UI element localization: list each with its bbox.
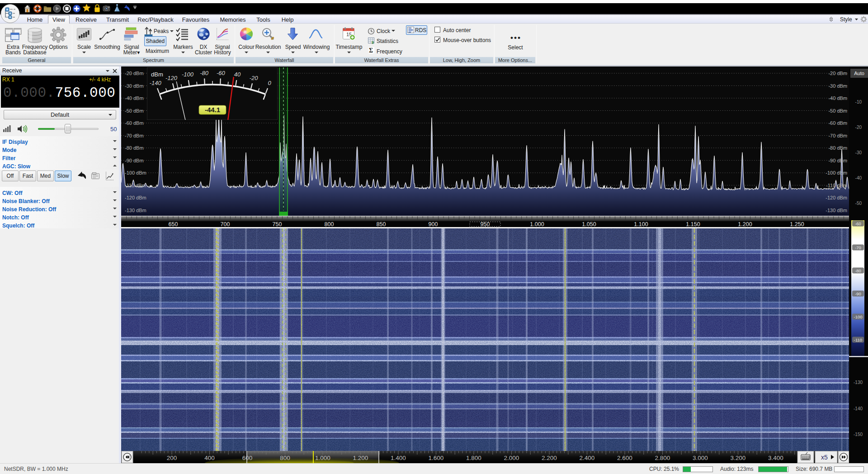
svg-text:-140: -140 — [854, 406, 863, 411]
svg-text:2.000: 2.000 — [504, 455, 519, 461]
svg-text:-60 dBm: -60 dBm — [125, 120, 144, 126]
svg-text:-30: -30 — [855, 150, 862, 155]
svg-text:-140: -140 — [150, 80, 162, 86]
svg-text:dBm: dBm — [151, 71, 163, 78]
svg-text:-110 dBm: -110 dBm — [826, 183, 847, 188]
svg-text:-80: -80 — [855, 268, 861, 273]
svg-text:-80 dBm: -80 dBm — [125, 145, 144, 151]
svg-text:1.200: 1.200 — [738, 221, 752, 228]
svg-text:x5: x5 — [821, 454, 828, 461]
svg-text:-80: -80 — [200, 70, 209, 76]
svg-text:-50 dBm: -50 dBm — [125, 108, 144, 114]
svg-text:850: 850 — [377, 221, 386, 228]
svg-text:1.200: 1.200 — [353, 455, 368, 461]
svg-text:2.200: 2.200 — [542, 455, 557, 461]
svg-text:-44.1: -44.1 — [205, 106, 220, 114]
svg-text:-80 dBm: -80 dBm — [828, 145, 847, 151]
svg-text:-60 dBm: -60 dBm — [828, 120, 847, 126]
svg-text:-20: -20 — [855, 125, 862, 130]
svg-text:1.000: 1.000 — [530, 221, 544, 228]
svg-text:9: 9 — [372, 40, 374, 45]
svg-text:800: 800 — [280, 455, 290, 461]
svg-text:-100: -100 — [182, 71, 194, 78]
svg-text:-130 dBm: -130 dBm — [826, 208, 847, 213]
svg-text:1.100: 1.100 — [634, 221, 648, 228]
svg-text:0: 0 — [268, 80, 272, 86]
svg-text:3.400: 3.400 — [768, 455, 783, 461]
svg-text:Style: Style — [840, 16, 852, 23]
svg-text:1.600: 1.600 — [429, 455, 444, 461]
svg-text:700: 700 — [221, 221, 230, 228]
svg-text:-20 dBm: -20 dBm — [125, 71, 144, 76]
svg-text:2.400: 2.400 — [580, 455, 595, 461]
svg-text:-10: -10 — [855, 100, 862, 104]
svg-text:-50 dBm: -50 dBm — [828, 108, 847, 114]
svg-text:Σ: Σ — [369, 47, 373, 54]
svg-text:-130: -130 — [854, 380, 863, 385]
svg-text:1.250: 1.250 — [790, 221, 804, 228]
svg-text:-40 dBm: -40 dBm — [125, 95, 144, 101]
svg-text:650: 650 — [169, 221, 178, 228]
svg-text:-100: -100 — [854, 314, 862, 319]
svg-text:2.800: 2.800 — [655, 455, 670, 461]
svg-text:3.200: 3.200 — [731, 455, 746, 461]
svg-text:-70 dBm: -70 dBm — [828, 133, 847, 138]
svg-text:-40: -40 — [855, 175, 862, 180]
svg-text:-30 dBm: -30 dBm — [125, 83, 144, 89]
svg-text:-90 dBm: -90 dBm — [125, 158, 144, 163]
svg-text:-120: -120 — [165, 75, 178, 81]
svg-text:-70 dBm: -70 dBm — [125, 133, 144, 138]
svg-text:-60: -60 — [855, 221, 861, 226]
svg-text:-30 dBm: -30 dBm — [828, 83, 847, 89]
svg-text:800: 800 — [325, 221, 334, 228]
svg-text:400: 400 — [204, 455, 215, 461]
svg-text:750: 750 — [273, 221, 282, 228]
svg-text:-130 dBm: -130 dBm — [125, 208, 146, 213]
svg-text:1.150: 1.150 — [686, 221, 700, 228]
svg-text:-100 dBm: -100 dBm — [125, 170, 146, 175]
svg-text:-120 dBm: -120 dBm — [125, 195, 146, 200]
svg-text:-40 dBm: -40 dBm — [828, 95, 847, 101]
svg-text:200: 200 — [167, 455, 177, 461]
svg-text:600: 600 — [242, 455, 253, 461]
svg-text:-50: -50 — [855, 201, 862, 206]
svg-text:-100 dBm: -100 dBm — [826, 170, 847, 175]
svg-text:-110: -110 — [854, 337, 862, 342]
svg-text:3.000: 3.000 — [693, 455, 708, 461]
svg-text:40: 40 — [234, 71, 241, 78]
svg-text:-70: -70 — [855, 245, 861, 250]
svg-text:-150: -150 — [854, 432, 863, 437]
svg-text:-20 dBm: -20 dBm — [828, 71, 847, 76]
svg-text:-90 dBm: -90 dBm — [828, 158, 847, 163]
svg-text:900: 900 — [429, 221, 438, 228]
svg-text:1.050: 1.050 — [582, 221, 596, 228]
svg-text:1.000: 1.000 — [315, 455, 330, 461]
svg-text:-120 dBm: -120 dBm — [826, 195, 847, 200]
svg-text:-90: -90 — [855, 291, 861, 296]
svg-text:-110 dBm: -110 dBm — [125, 183, 146, 188]
svg-text:-20: -20 — [250, 75, 259, 81]
svg-text:1.400: 1.400 — [391, 455, 406, 461]
svg-text:-60: -60 — [217, 70, 226, 76]
svg-text:2.600: 2.600 — [617, 455, 632, 461]
svg-text:1.800: 1.800 — [466, 455, 481, 461]
